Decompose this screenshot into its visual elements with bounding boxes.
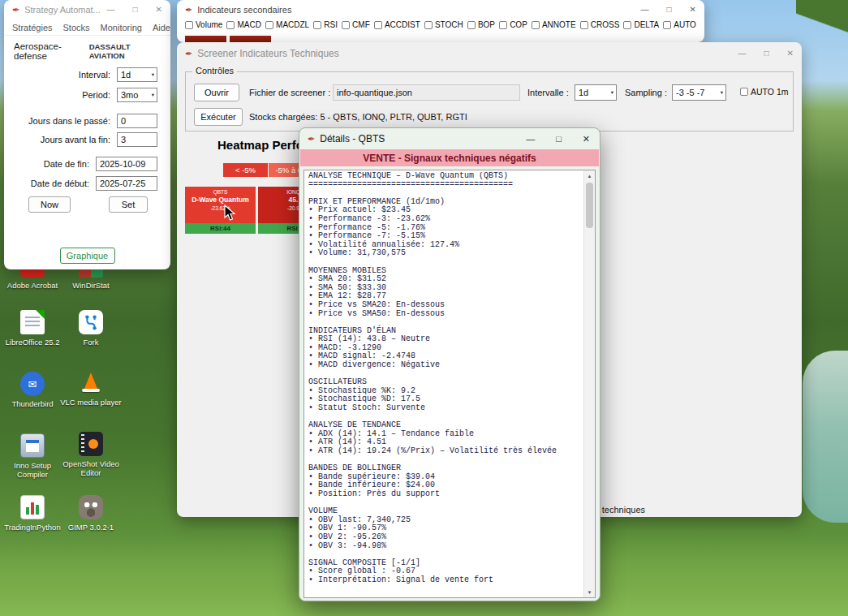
minimize-icon[interactable]: — xyxy=(107,6,115,14)
desktop-icon-inno-setup[interactable]: Inno Setup Compiler xyxy=(2,433,63,479)
days-end-input[interactable]: 3 xyxy=(117,132,157,147)
checkbox-auto[interactable]: AUTO xyxy=(663,20,696,29)
thunderbird-icon xyxy=(20,372,45,396)
close-icon[interactable]: ✕ xyxy=(690,6,696,14)
desktop-icon-label: Thunderbird xyxy=(2,399,63,408)
end-date-label: Date de fin: xyxy=(44,159,89,169)
scroll-down-icon[interactable]: ▼ xyxy=(584,587,595,597)
maximize-icon[interactable]: □ xyxy=(764,50,769,58)
clipped-heatmap-tile xyxy=(230,36,271,42)
checkbox-label: CROSS xyxy=(591,20,620,29)
checkbox-stoch[interactable]: STOCH xyxy=(424,20,463,29)
checkbox-label: CMF xyxy=(352,20,370,29)
app-icon: ✒ xyxy=(185,6,192,15)
start-date-input[interactable]: 2025-07-25 xyxy=(96,176,157,191)
titlebar[interactable]: ✒ Indicateurs secondaires — □ ✕ xyxy=(177,0,704,19)
desktop-icon-tradinginpython[interactable]: TradingInPython xyxy=(2,495,63,532)
tile-rsi-band: RSI:44 xyxy=(185,223,256,234)
checkbox-icon xyxy=(226,21,235,29)
minimize-icon[interactable]: — xyxy=(738,50,747,58)
days-past-label: Jours dans le passé: xyxy=(28,116,110,126)
date-buttons-row: Now Set xyxy=(28,196,148,213)
desktop-icon-thunderbird[interactable]: Thunderbird xyxy=(2,372,63,408)
intervalle-select[interactable]: 1d ▾ xyxy=(575,84,617,101)
menu-aide[interactable]: Aide xyxy=(153,23,170,32)
desktop-icon-label: OpenShot Video Editor xyxy=(60,459,122,477)
scroll-up-icon[interactable]: ▲ xyxy=(584,170,595,181)
menu-stocks[interactable]: Stocks xyxy=(63,23,90,32)
scrollbar-thumb[interactable] xyxy=(586,183,593,228)
desktop-icon-openshot[interactable]: OpenShot Video Editor xyxy=(60,432,122,477)
desktop-icon-fork[interactable]: Fork xyxy=(60,310,122,347)
legend-chip-strong-negative: < -5% xyxy=(223,163,268,177)
desktop-icon-libreoffice[interactable]: LibreOffice 25.2 xyxy=(2,310,63,347)
graphique-button[interactable]: Graphique xyxy=(60,248,115,264)
checkbox-volume[interactable]: Volume xyxy=(185,20,222,29)
heatmap-tile-qbts[interactable]: QBTS D-Wave Quantum -23.62% RSI:44 xyxy=(185,187,256,234)
desktop-icon-label: TradingInPython xyxy=(2,523,63,532)
file-path-input[interactable]: info-quantique.json xyxy=(333,84,520,101)
app-icon: ✒ xyxy=(185,50,192,58)
close-icon[interactable]: ✕ xyxy=(156,6,162,14)
checkbox-cmf[interactable]: CMF xyxy=(342,20,370,29)
libreoffice-icon xyxy=(20,310,45,334)
details-qbts-window: ✒ Détails - QBTS — □ ✕ VENTE - Signaux t… xyxy=(299,127,600,601)
maximize-icon[interactable]: □ xyxy=(667,6,672,14)
checkbox-rsi[interactable]: RSI xyxy=(313,20,338,29)
company-label: DASSAULT AVIATION xyxy=(89,42,162,60)
maximize-icon[interactable]: □ xyxy=(133,6,138,14)
interval-select[interactable]: 1d ▾ xyxy=(117,67,157,82)
interval-value: 1d xyxy=(118,70,149,80)
checkbox-icon xyxy=(265,21,273,29)
checkbox-label: AUTO xyxy=(674,20,696,29)
interval-label: Interval: xyxy=(79,70,110,80)
checkbox-bop[interactable]: BOP xyxy=(467,20,495,29)
app-icon: ✒ xyxy=(308,135,315,144)
checkbox-label: STOCH xyxy=(435,20,463,29)
titlebar[interactable]: ✒ Détails - QBTS — □ ✕ xyxy=(299,128,600,149)
checkbox-icon xyxy=(499,21,507,29)
checkbox-delta[interactable]: DELTA xyxy=(623,20,659,29)
window-title: Screener Indicateurs Techniques xyxy=(197,48,733,59)
checkbox-icon xyxy=(580,21,588,29)
menu-monitoring[interactable]: Monitoring xyxy=(101,23,142,32)
window-title: Détails - QBTS xyxy=(320,133,521,144)
set-button[interactable]: Set xyxy=(109,196,148,213)
minimize-icon[interactable]: — xyxy=(526,135,535,144)
checkbox-accdist[interactable]: ACCDIST xyxy=(374,20,420,29)
titlebar[interactable]: ✒ Screener Indicateurs Techniques — □ ✕ xyxy=(177,42,802,65)
sampling-select[interactable]: -3 -5 -7 ▾ xyxy=(672,84,726,101)
desktop-icon-gimp[interactable]: GIMP 3.0.2-1 xyxy=(60,495,122,532)
menu-strategies[interactable]: Stratégies xyxy=(12,23,53,32)
desktop-icon-vlc[interactable]: VLC media player xyxy=(60,370,122,407)
checkbox-cop[interactable]: COP xyxy=(499,20,527,29)
window-title: Indicateurs secondaires xyxy=(197,5,635,15)
inno-setup-icon xyxy=(20,433,45,458)
ouvrir-button[interactable]: Ouvrir xyxy=(194,84,239,101)
maximize-icon[interactable]: □ xyxy=(556,135,562,144)
checkbox-macdzl[interactable]: MACDZL xyxy=(265,20,309,29)
close-icon[interactable]: ✕ xyxy=(787,50,794,58)
now-button[interactable]: Now xyxy=(28,196,71,213)
desktop-icon-label: WinDirStat xyxy=(60,281,122,290)
close-icon[interactable]: ✕ xyxy=(583,135,590,144)
openshot-icon xyxy=(79,432,103,456)
tradinginpython-icon xyxy=(20,495,45,519)
start-date-row: Date de début: 2025-07-25 xyxy=(31,175,157,192)
period-select[interactable]: 3mo ▾ xyxy=(117,88,157,102)
checkbox-cross[interactable]: CROSS xyxy=(580,20,620,29)
titlebar[interactable]: ✒ Strategy Automat... — □ ✕ xyxy=(4,0,170,19)
vertical-scrollbar[interactable]: ▲ ▼ xyxy=(583,170,595,597)
checkbox-macd[interactable]: MACD xyxy=(226,20,260,29)
executer-button[interactable]: Exécuter xyxy=(194,108,243,126)
menu-bar: Stratégies Stocks Monitoring Aide xyxy=(4,19,170,36)
report-text-area[interactable]: ANALYSE TECHNIQUE – D-Wave Quantum (QBTS… xyxy=(303,170,596,598)
end-date-input[interactable]: 2025-10-09 xyxy=(96,157,157,171)
minimize-icon[interactable]: — xyxy=(641,6,649,14)
desktop-icon-label: VLC media player xyxy=(60,398,122,407)
days-past-input[interactable]: 0 xyxy=(117,114,157,128)
checkbox-annote[interactable]: ANNOTE xyxy=(532,20,576,29)
days-past-row: Jours dans le passé: 0 xyxy=(28,113,157,129)
period-value: 3mo xyxy=(118,90,149,100)
checkbox-auto-1m[interactable]: AUTO 1m xyxy=(740,87,788,97)
